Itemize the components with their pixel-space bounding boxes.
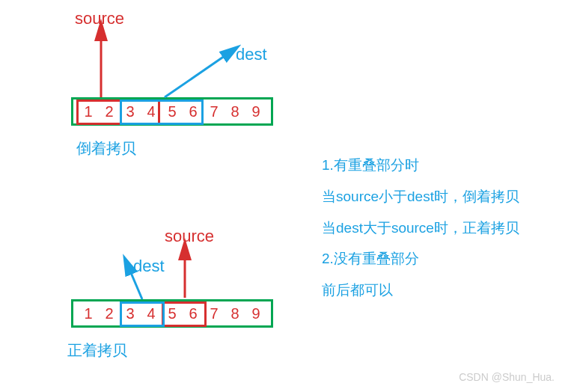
cell: 4 (141, 101, 162, 122)
cell: 2 (99, 101, 120, 122)
cell: 2 (99, 303, 120, 324)
array-box: 1 2 3 4 5 6 7 8 9 (71, 299, 273, 328)
diagram-bottom: 1 2 3 4 5 6 7 8 9 (71, 299, 273, 328)
cell: 8 (225, 101, 245, 122)
dest-label: dest (133, 257, 165, 276)
cell: 7 (204, 101, 225, 122)
cell: 1 (78, 101, 99, 122)
cell: 6 (183, 303, 204, 324)
cell: 9 (245, 101, 266, 122)
explain-line: 当dest大于source时，正着拷贝 (322, 212, 519, 244)
cell: 3 (120, 303, 141, 324)
cell: 7 (204, 303, 225, 324)
cell: 4 (141, 303, 162, 324)
source-label: source (75, 9, 124, 28)
diagram-caption: 倒着拷贝 (76, 138, 136, 159)
cell: 8 (225, 303, 245, 324)
cell: 1 (78, 303, 99, 324)
cell: 5 (162, 101, 183, 122)
explain-line: 前后都可以 (322, 275, 519, 306)
explain-line: 2.没有重叠部分 (322, 243, 519, 275)
cell: 6 (183, 101, 204, 122)
explain-line: 1.有重叠部分时 (322, 150, 519, 181)
explanation-block: 1.有重叠部分时 当source小于dest时，倒着拷贝 当dest大于sour… (322, 150, 519, 306)
cell: 3 (120, 101, 141, 122)
svg-line-1 (165, 51, 232, 97)
watermark: CSDN @Shun_Hua. (459, 371, 555, 383)
arrow-source-top (97, 26, 112, 101)
source-label: source (165, 227, 214, 246)
explain-line: 当source小于dest时，倒着拷贝 (322, 181, 519, 212)
arrow-dest-top (161, 45, 243, 105)
diagram-caption: 正着拷贝 (67, 340, 127, 361)
diagram-top: 1 2 3 4 5 6 7 8 9 (71, 97, 273, 126)
dest-label: dest (236, 45, 267, 64)
cell: 9 (245, 303, 266, 324)
arrow-source-bottom (181, 245, 196, 301)
cell: 5 (162, 303, 183, 324)
array-box: 1 2 3 4 5 6 7 8 9 (71, 97, 273, 126)
